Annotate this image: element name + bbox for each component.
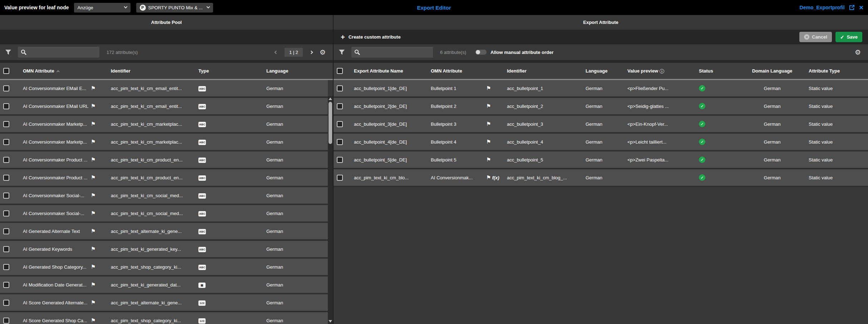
- column-header-type[interactable]: Type: [198, 68, 266, 74]
- row-checkbox[interactable]: [337, 157, 343, 163]
- type-badge-icon: ABC: [198, 86, 206, 91]
- table-row[interactable]: AI Generated Alternate Text ⚑ acc_pim_te…: [0, 223, 328, 241]
- gear-icon[interactable]: ⚙: [855, 49, 861, 56]
- column-header-identifier[interactable]: Identifier: [505, 68, 583, 74]
- table-row[interactable]: AI Generated Shop Category... ⚑ acc_pim_…: [0, 259, 328, 276]
- filter-icon[interactable]: [5, 49, 11, 55]
- identifier-cell: acc_bulletpoint_4: [505, 139, 583, 145]
- save-button[interactable]: ✓ Save: [835, 32, 862, 42]
- column-header-language[interactable]: Language: [266, 68, 333, 74]
- row-checkbox[interactable]: [3, 246, 9, 252]
- table-row[interactable]: AI Conversionmaker Product ... ⚑ acc_pim…: [0, 169, 328, 187]
- scroll-up-icon[interactable]: [329, 98, 332, 100]
- table-row[interactable]: acc_bulletpoint_3[de_DE] Bulletpoint 3 ⚑…: [334, 116, 868, 134]
- identifier-cell: acc_pim_text_ki_cm_marketplac...: [111, 139, 198, 145]
- table-row[interactable]: AI Conversionmaker Social-... ⚑ acc_pim_…: [0, 187, 328, 205]
- column-header-identifier[interactable]: Identifier: [111, 68, 198, 74]
- cancel-button[interactable]: ✕ Cancel: [799, 32, 832, 42]
- scrollbar-thumb[interactable]: [329, 102, 332, 144]
- flag-icon: ⚑: [91, 264, 111, 270]
- column-header-language[interactable]: Language: [583, 68, 626, 74]
- table-row[interactable]: AI Modification Date Generat... ⚑ acc_pi…: [0, 276, 328, 294]
- column-header-value-preview[interactable]: Value previewi: [626, 68, 694, 74]
- vertical-scrollbar[interactable]: [328, 96, 333, 324]
- column-header-status[interactable]: Status: [694, 68, 747, 74]
- table-row[interactable]: acc_bulletpoint_5[de_DE] Bulletpoint 5 ⚑…: [334, 151, 868, 169]
- category-dropdown[interactable]: Anzüge: [74, 3, 130, 13]
- table-row[interactable]: acc_bulletpoint_4[de_DE] Bulletpoint 4 ⚑…: [334, 134, 868, 151]
- column-header-domain-language[interactable]: Domain Language: [747, 68, 797, 74]
- table-row[interactable]: acc_pim_text_ki_cm_blo... AI Conversionm…: [334, 169, 868, 187]
- filter-icon[interactable]: [339, 49, 345, 55]
- select-all-checkbox[interactable]: [337, 68, 343, 74]
- omn-attribute-cell: AI Conversionmaker Product ...: [23, 157, 91, 163]
- row-checkbox[interactable]: [337, 139, 343, 145]
- identifier-cell: acc_pim_text_ki_cm_email_entit...: [111, 86, 198, 91]
- export-attribute-table: acc_bulletpoint_1[de_DE] Bulletpoint 1 ⚑…: [334, 80, 868, 324]
- language-cell: German: [266, 318, 328, 323]
- row-checkbox[interactable]: [3, 282, 9, 288]
- table-row[interactable]: AI Conversionmaker EMail URL ⚑ acc_pim_t…: [0, 98, 328, 116]
- status-ok-icon: ✓: [699, 139, 705, 145]
- page-previous-icon[interactable]: [274, 50, 278, 54]
- category-dropdown-value: Anzüge: [78, 5, 124, 10]
- search-input[interactable]: [362, 50, 430, 55]
- table-row[interactable]: AI Generated Keywords ⚑ acc_pim_text_ki_…: [0, 241, 328, 259]
- language-cell: German: [583, 86, 626, 91]
- row-checkbox[interactable]: [337, 103, 343, 109]
- column-header-export-name[interactable]: Export Attribute Name: [351, 68, 429, 74]
- row-checkbox[interactable]: [3, 193, 9, 199]
- attribute-count: 6 attribute(s): [440, 50, 466, 55]
- row-checkbox[interactable]: [3, 85, 9, 91]
- table-row[interactable]: AI Score Generated Shop Ca... ⚑ acc_pim_…: [0, 312, 328, 324]
- column-header-omn-attribute[interactable]: OMN Attribute: [23, 68, 91, 74]
- row-checkbox[interactable]: [3, 318, 9, 324]
- row-checkbox[interactable]: [3, 228, 9, 234]
- column-header-omn-attribute[interactable]: OMN Attribute: [429, 68, 484, 74]
- table-row[interactable]: acc_bulletpoint_1[de_DE] Bulletpoint 1 ⚑…: [334, 80, 868, 98]
- table-row[interactable]: AI Conversionmaker Marketp... ⚑ acc_pim_…: [0, 134, 328, 151]
- export-profile-link[interactable]: Demo_Exportprofil: [800, 5, 845, 10]
- row-checkbox[interactable]: [3, 175, 9, 181]
- table-row[interactable]: AI Conversionmaker Marketp... ⚑ acc_pim_…: [0, 116, 328, 134]
- row-checkbox[interactable]: [337, 121, 343, 127]
- row-checkbox[interactable]: [3, 157, 9, 163]
- export-name-cell: acc_bulletpoint_4[de_DE]: [351, 139, 429, 145]
- row-checkbox[interactable]: [337, 85, 343, 91]
- table-row[interactable]: AI Score Generated Alternate... ⚑ acc_pi…: [0, 294, 328, 312]
- info-icon[interactable]: i: [660, 69, 664, 74]
- gear-icon[interactable]: ⚙: [320, 49, 326, 56]
- scroll-down-icon[interactable]: [329, 320, 332, 323]
- table-row[interactable]: AI Conversionmaker Social-... ⚑ acc_pim_…: [0, 205, 328, 223]
- language-cell: German: [583, 139, 626, 145]
- page-next-icon[interactable]: [310, 50, 313, 54]
- row-checkbox[interactable]: [3, 300, 9, 306]
- row-checkbox[interactable]: [337, 175, 343, 181]
- column-header-attribute-type[interactable]: Attribute Type: [797, 68, 868, 74]
- language-cell: German: [266, 157, 328, 163]
- product-dropdown[interactable]: P SPORTY PUNTO Mix & ...: [136, 3, 213, 13]
- create-custom-attribute-button[interactable]: + Create custom attribute: [337, 34, 404, 41]
- row-checkbox[interactable]: [3, 210, 9, 216]
- identifier-cell: acc_pim_text_ki_cm_email_entit...: [111, 104, 198, 109]
- row-checkbox[interactable]: [3, 264, 9, 270]
- omn-attribute-cell: Bulletpoint 5: [429, 157, 484, 163]
- close-icon[interactable]: ✕: [859, 4, 864, 11]
- type-badge-icon: ABC: [198, 140, 206, 145]
- open-external-icon[interactable]: [849, 5, 855, 10]
- page-indicator: 1 | 2: [285, 48, 303, 57]
- table-row[interactable]: acc_bulletpoint_2[de_DE] Bulletpoint 2 ⚑…: [334, 98, 868, 116]
- status-ok-icon: ✓: [699, 156, 705, 163]
- row-checkbox[interactable]: [3, 103, 9, 109]
- manual-order-toggle[interactable]: Allow manual attribute order: [475, 50, 553, 55]
- table-row[interactable]: AI Conversionmaker EMail E... ⚑ acc_pim_…: [0, 80, 328, 98]
- row-checkbox[interactable]: [3, 121, 9, 127]
- row-checkbox[interactable]: [3, 139, 9, 145]
- identifier-cell: acc_pim_text_ki_cm_social_med...: [111, 211, 198, 216]
- search-input[interactable]: [29, 50, 97, 55]
- table-row[interactable]: AI Conversionmaker Product ... ⚑ acc_pim…: [0, 151, 328, 169]
- search-icon: [354, 49, 360, 55]
- select-all-checkbox[interactable]: [3, 68, 9, 74]
- page-title: Export Editor: [417, 5, 451, 11]
- omn-attribute-cell: AI Score Generated Alternate...: [23, 300, 91, 305]
